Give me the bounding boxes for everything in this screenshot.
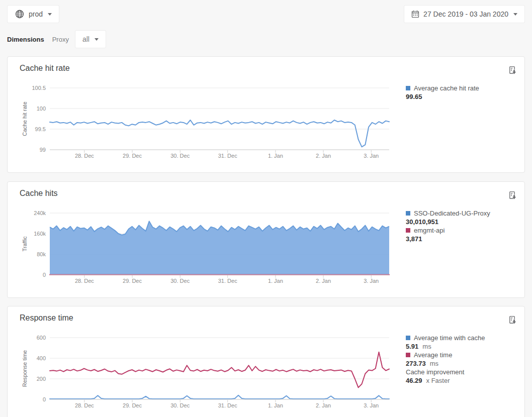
calendar-icon (411, 10, 419, 18)
dimensions-title: Dimensions (7, 36, 44, 43)
y-tick-label: 80k (37, 251, 46, 257)
chart-title: Response time (20, 314, 512, 323)
legend-entry[interactable]: emgmt-api (406, 226, 512, 235)
export-report-icon[interactable] (508, 316, 517, 327)
x-tick-label: 28. Dec (75, 153, 94, 159)
chevron-down-icon (513, 13, 517, 16)
chart-row: 240k160k80k0Traffic28. Dec29. Dec30. Dec… (20, 206, 512, 288)
chart-row: 6004002000Response time28. Dec29. Dec30.… (20, 331, 512, 413)
panel-head: Cache hits (20, 189, 512, 203)
legend-label: emgmt-api (414, 226, 445, 235)
chart-plot-area[interactable]: 6004002000Response time28. Dec29. Dec30.… (20, 331, 397, 413)
y-axis-title: Cache hit rate (22, 101, 28, 136)
series-area (50, 221, 389, 275)
environment-label: prod (29, 10, 43, 18)
dimension-value-selector[interactable]: all (75, 30, 106, 48)
y-tick-label: 100.5 (32, 85, 46, 91)
date-range-selector[interactable]: 27 Dec 2019 - 03 Jan 2020 (404, 5, 525, 23)
legend-swatch (406, 336, 410, 340)
chart-legend: SSO-Dedicated-UG-Proxy30,010,951emgmt-ap… (406, 206, 512, 288)
legend-label: Average cache hit rate (414, 84, 479, 92)
date-range-label: 27 Dec 2019 - 03 Jan 2020 (423, 10, 508, 18)
legend-entry[interactable]: Average time with cache (406, 334, 512, 342)
x-tick-label: 30. Dec (170, 153, 190, 159)
legend-swatch (406, 211, 410, 216)
x-tick-label: 31. Dec (218, 153, 237, 159)
x-tick-label: 2. Jan (316, 402, 331, 408)
legend-swatch (406, 353, 410, 357)
x-tick-label: 3. Jan (364, 402, 379, 408)
legend-value-row: 3,871 (406, 235, 512, 243)
y-tick-label: 400 (37, 355, 46, 361)
chevron-down-icon (48, 13, 52, 16)
legend-label: Cache improvement (406, 368, 464, 376)
y-axis-title: Traffic (22, 236, 28, 251)
chart-legend: Average cache hit rate99.65 (406, 81, 512, 163)
chart-plot-area[interactable]: 100.510099.599Cache hit rate28. Dec29. D… (20, 81, 397, 163)
legend-unit: x Faster (426, 377, 450, 384)
x-tick-label: 2. Jan (316, 278, 331, 284)
x-tick-label: 31. Dec (218, 278, 237, 284)
series-line (50, 120, 389, 147)
y-tick-label: 160k (34, 231, 46, 237)
y-axis-title: Response time (22, 350, 28, 387)
dimension-value-label: all (82, 35, 90, 43)
legend-value: 30,010,951 (406, 218, 438, 226)
chart-panel-1: Cache hits240k160k80k0Traffic28. Dec29. … (7, 181, 525, 298)
legend-entry[interactable]: Average time (406, 351, 512, 359)
legend-value-row: 5.91ms (406, 342, 512, 351)
legend-unit: ms (430, 360, 438, 367)
series-line (50, 395, 389, 399)
x-tick-label: 29. Dec (123, 402, 142, 408)
x-tick-label: 30. Dec (170, 402, 190, 408)
legend-swatch (406, 228, 410, 233)
x-tick-label: 1. Jan (268, 402, 283, 408)
legend-value: 5.91 (406, 343, 418, 350)
chart-title: Cache hit rate (20, 64, 512, 73)
series-line (50, 352, 389, 388)
y-tick-label: 99.5 (35, 126, 46, 132)
export-report-icon[interactable] (508, 191, 517, 202)
x-tick-label: 31. Dec (218, 402, 237, 408)
legend-value-row: 273.73ms (406, 359, 512, 368)
environment-selector[interactable]: prod (7, 5, 59, 23)
legend-value-row: 99.65 (406, 92, 512, 101)
y-tick-label: 200 (37, 376, 46, 382)
y-tick-label: 240k (34, 210, 46, 216)
legend-value: 3,871 (406, 235, 422, 243)
x-tick-label: 28. Dec (75, 278, 94, 284)
legend-label: Average time (414, 351, 452, 359)
legend-value-row: 30,010,951 (406, 218, 512, 226)
legend-value: 99.65 (406, 93, 422, 100)
x-tick-label: 3. Jan (364, 278, 379, 284)
y-tick-label: 100 (37, 106, 46, 112)
legend-label: Average time with cache (414, 334, 485, 342)
legend-entry[interactable]: Average cache hit rate (406, 84, 512, 92)
export-report-icon[interactable] (508, 66, 517, 77)
legend-value-row: 46.29x Faster (406, 376, 512, 385)
legend-entry[interactable]: SSO-Dedicated-UG-Proxy (406, 209, 512, 218)
legend-value: 273.73 (406, 360, 426, 367)
chevron-down-icon (95, 38, 99, 41)
legend-label: SSO-Dedicated-UG-Proxy (414, 209, 490, 218)
x-tick-label: 1. Jan (268, 278, 283, 284)
globe-icon (15, 9, 25, 19)
legend-entry[interactable]: Cache improvement (406, 368, 512, 376)
y-tick-label: 600 (37, 335, 46, 341)
legend-value: 46.29 (406, 377, 422, 384)
dimensions-bar: Dimensions Proxy all (7, 30, 106, 48)
chart-plot-area[interactable]: 240k160k80k0Traffic28. Dec29. Dec30. Dec… (20, 206, 397, 288)
x-tick-label: 2. Jan (316, 153, 331, 159)
chart-row: 100.510099.599Cache hit rate28. Dec29. D… (20, 81, 512, 163)
x-tick-label: 30. Dec (170, 278, 190, 284)
panel-head: Response time (20, 314, 512, 328)
legend-swatch (406, 86, 410, 90)
y-tick-label: 0 (43, 396, 46, 402)
y-tick-label: 0 (43, 272, 46, 278)
x-tick-label: 29. Dec (123, 278, 142, 284)
x-tick-label: 28. Dec (75, 402, 94, 408)
x-tick-label: 29. Dec (123, 153, 142, 159)
legend-unit: ms (422, 343, 431, 350)
dimension-name: Proxy (52, 36, 69, 43)
chart-panel-0: Cache hit rate100.510099.599Cache hit ra… (7, 56, 525, 173)
